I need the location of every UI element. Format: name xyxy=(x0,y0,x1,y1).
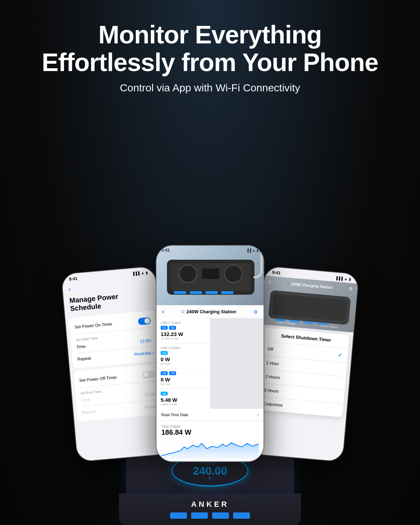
header-title: Monitor Everything Effortlessly from You… xyxy=(28,21,392,76)
end-time-label: Time xyxy=(81,397,90,403)
status-time-left: 9:41 xyxy=(69,276,78,282)
real-time-label: Real-Time Data xyxy=(161,413,188,417)
wifi-icon: ▲ xyxy=(141,271,145,275)
status-icons-left: ▐▐▐ ▲ ▮ xyxy=(132,271,148,276)
real-time-row[interactable]: Real-Time Data › xyxy=(156,409,264,421)
power-on-label: Set Power On Timer xyxy=(75,321,113,329)
a2-section: A2 5.48 W 4.89V/ 1.12A xyxy=(156,389,210,409)
status-icons-right: ▐▐▐ ▲ ▮ xyxy=(335,276,351,281)
right-top-image: ‹ ⬡ 240W Charging Station ⚙ USB-C Output… xyxy=(261,275,358,332)
phone-right: 9:41 ▐▐▐ ▲ ▮ ‹ ⬡ 240W Charging Station ⚙ xyxy=(248,266,359,462)
signal-icon: ▐▐▐ xyxy=(132,271,140,276)
right-phone-content: 9:41 ▐▐▐ ▲ ▮ ‹ ⬡ 240W Charging Station ⚙ xyxy=(249,266,358,461)
center-nav-title: ⬡ 240W Charging Station xyxy=(181,309,236,314)
badge-c4: C4 xyxy=(169,371,176,375)
time-label: Time xyxy=(76,344,85,349)
battery-icon-right: ▮ xyxy=(349,277,351,281)
status-time-right: 9:41 xyxy=(272,270,281,275)
device-top-image xyxy=(156,246,264,305)
phones-container: 9:41 ▐▐▐ ▲ ▮ ‹ Manage Power Schedule Set… xyxy=(0,245,420,462)
svg-point-3 xyxy=(225,265,242,282)
a2-watts: 5.48 W xyxy=(161,397,206,403)
battery-icon: ▮ xyxy=(146,271,148,274)
repeat-label: Repeat xyxy=(77,356,91,362)
check-mark-off: ✓ xyxy=(338,352,342,358)
usba-label: USB-A Output xyxy=(161,346,206,350)
badge-c3: C3 xyxy=(161,371,168,375)
header-subtitle: Control via App with Wi-Fi Connectivity xyxy=(28,82,392,94)
power-on-section: Set Power On Timer Set Start Time Time 1… xyxy=(69,310,159,369)
c1-detail: 27.78V/ 4.76A xyxy=(161,337,206,340)
total-output-value: 186.84 W xyxy=(161,428,259,436)
device-power-unit: W xyxy=(209,476,212,480)
svg-point-2 xyxy=(179,265,197,282)
center-top-image: 9:41 ▐▐ ▲ ▮ xyxy=(156,246,264,305)
option-2hours-label: 2 Hours xyxy=(265,374,280,380)
end-repeat-label: Repeat xyxy=(82,409,96,415)
wifi-icon-right: ▲ xyxy=(344,277,348,281)
usbc-label: USB-C Output xyxy=(161,321,206,324)
usb-ports-row xyxy=(170,512,250,519)
settings-icon-center[interactable]: ⚙ xyxy=(253,309,258,315)
badge-c1: C1 xyxy=(161,326,168,330)
svg-rect-8 xyxy=(221,291,233,294)
badge-a1: A1 xyxy=(161,351,168,355)
repeat-chevron: › xyxy=(152,350,154,355)
usb-port-4 xyxy=(233,512,250,519)
header: Monitor Everything Effortlessly from You… xyxy=(0,0,420,104)
shutdown-modal: Select Shutdown Timer Off ✓ 1 Hour 2 Hou… xyxy=(257,328,350,418)
a1-detail: 0V / 0A xyxy=(161,362,206,365)
right-device-image xyxy=(260,279,359,336)
power-chart xyxy=(161,436,259,461)
time-value[interactable]: 12:00 › xyxy=(140,338,153,344)
output-grid-row2: C3 C4 0 W 0V / 0A A2 5.48 W 4.89V/ 1.12A xyxy=(156,369,264,409)
usba-badges: A1 xyxy=(161,351,206,355)
device-power-value: 240.00 xyxy=(193,465,227,476)
phone-left: 9:41 ▐▐▐ ▲ ▮ ‹ Manage Power Schedule Set… xyxy=(61,266,172,462)
usbc-badges: C1 C2 xyxy=(161,326,206,330)
badge-c2: C2 xyxy=(169,326,176,330)
svg-rect-7 xyxy=(205,291,218,294)
anker-logo: ANKER xyxy=(191,500,229,509)
c3-watts: 0 W xyxy=(161,377,206,383)
a2-detail: 4.89V/ 1.12A xyxy=(161,403,206,406)
option-off-label: Off xyxy=(267,346,273,352)
c1-watts: 132.23 W xyxy=(161,331,206,337)
c3c4-badges: C3 C4 xyxy=(161,371,206,375)
a2-badges: A2 xyxy=(161,392,206,396)
phone-center: 9:41 ▐▐ ▲ ▮ ‹ xyxy=(156,245,264,462)
usb-port-1 xyxy=(170,512,187,519)
center-nav-bar: ‹ ⬡ 240W Charging Station ⚙ xyxy=(156,305,264,318)
power-off-label: Set Power Off Timer xyxy=(79,375,117,383)
total-output-section: Total Output 186.84 W xyxy=(156,421,264,462)
badge-a2: A2 xyxy=(161,392,168,396)
option-1hour-label: 1 Hour xyxy=(266,360,279,366)
usba-output-section: USB-A Output A1 0 W 0V / 0A xyxy=(156,343,210,368)
time-chevron: › xyxy=(151,338,153,343)
wifi-nav-icon: ⬡ xyxy=(181,310,184,314)
total-output-label: Total Output xyxy=(161,425,259,428)
center-back-button[interactable]: ‹ xyxy=(162,308,164,315)
power-on-toggle[interactable] xyxy=(138,317,151,325)
c3-detail: 0V / 0A xyxy=(161,383,206,386)
svg-rect-6 xyxy=(190,291,202,294)
a1-watts: 0 W xyxy=(161,356,206,362)
option-customize-label: Customize xyxy=(262,401,283,408)
signal-icon-right: ▐▐▐ xyxy=(335,276,343,280)
c3c4-section: C3 C4 0 W 0V / 0A xyxy=(156,369,210,388)
usb-port-3 xyxy=(212,512,229,519)
power-off-section: Set Power Off Timer Set End Time Time 15… xyxy=(74,364,164,422)
usbc-output-section: USB-C Output C1 C2 132.23 W 27.78V/ 4.76… xyxy=(156,318,210,343)
real-time-chevron[interactable]: › xyxy=(257,412,259,417)
repeat-value[interactable]: Weekday › xyxy=(134,350,154,357)
device-bottom: ANKER xyxy=(119,493,301,525)
svg-rect-5 xyxy=(174,291,186,294)
usb-port-2 xyxy=(191,512,208,519)
svg-rect-4 xyxy=(202,268,219,279)
option-3hours-label: 3 Hours xyxy=(264,387,279,394)
power-off-toggle[interactable] xyxy=(142,370,156,378)
left-phone-content: 9:41 ▐▐▐ ▲ ▮ ‹ Manage Power Schedule Set… xyxy=(62,266,171,461)
output-grid: USB-C Output C1 C2 132.23 W 27.78V/ 4.76… xyxy=(156,318,264,368)
end-time-value: 15:00 › xyxy=(144,391,157,397)
